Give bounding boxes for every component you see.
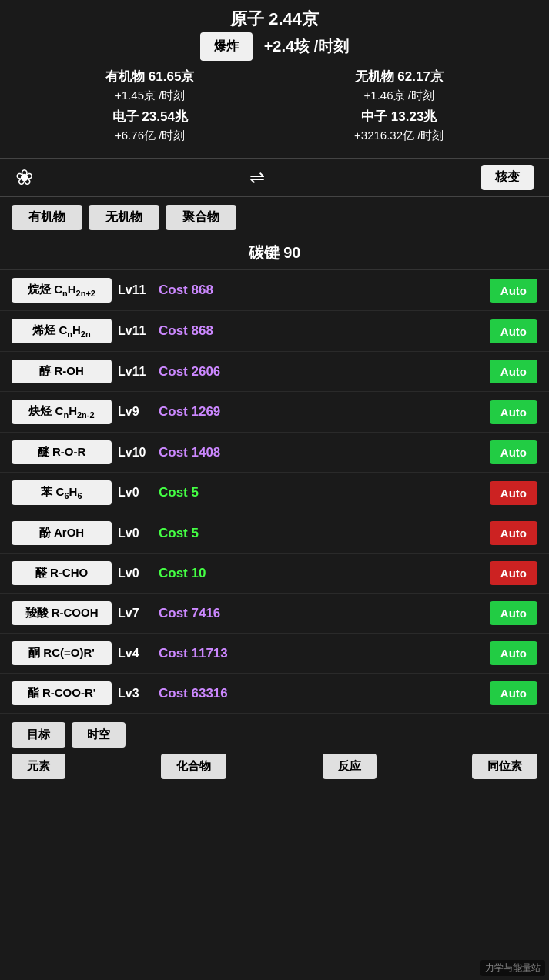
compound-name[interactable]: 烯烃 CnH2n [12,319,112,343]
compound-list: 烷烃 CnH2n+2Lv11Cost 868Auto烯烃 CnH2nLv11Co… [0,270,549,714]
electron-resource: 电子 23.54兆 +6.76亿 /时刻 [27,107,273,144]
cost-text: Cost 1408 [159,445,484,460]
bottom-tabs: 目标 时空 元素 化合物 反应 同位素 [0,714,549,787]
explode-button[interactable]: 爆炸 [200,32,253,61]
atom-rate: +2.4垓 /时刻 [264,36,350,57]
header-section: 原子 2.44京 爆炸 +2.4垓 /时刻 有机物 61.65京 +1.45京 … [0,0,549,158]
target-button[interactable]: 目标 [12,722,65,748]
auto-button[interactable]: Auto [490,319,537,343]
nucleon-button[interactable]: 核变 [481,165,534,190]
level-badge: Lv7 [118,607,152,620]
compound-name[interactable]: 醛 R-CHO [12,561,112,585]
level-badge: Lv4 [118,647,152,661]
bottom-row1: 目标 时空 [12,722,537,748]
tab-inorganic[interactable]: 无机物 [89,205,159,230]
inorganic-value: 无机物 62.17京 [276,67,523,87]
watermark: 力学与能量站 [480,960,545,976]
compound-row: 羧酸 R-COOHLv7Cost 7416Auto [0,594,549,634]
cost-text: Cost 7416 [159,606,484,621]
neutron-value: 中子 13.23兆 [276,107,523,127]
auto-button[interactable]: Auto [490,360,537,383]
organic-rate: +1.45京 /时刻 [27,87,273,105]
auto-button[interactable]: Auto [490,561,537,585]
compound-row: 醛 R-CHOLv0Cost 10Auto [0,554,549,594]
compound-name[interactable]: 醚 R-O-R [12,440,112,464]
auto-button[interactable]: Auto [490,440,537,464]
resources-grid: 有机物 61.65京 +1.45京 /时刻 无机物 62.17京 +1.46京 … [27,67,522,144]
compound-row: 醚 R-O-RLv10Cost 1408Auto [0,433,549,473]
atom-count: 原子 2.44京 [12,8,537,31]
bottom-row2: 元素 化合物 反应 同位素 [12,754,537,779]
tab-polymer[interactable]: 聚合物 [166,205,236,230]
cost-text: Cost 868 [159,283,484,298]
tab-row: 有机物 无机物 聚合物 [0,197,549,236]
element-button[interactable]: 元素 [12,754,65,779]
compound-row: 苯 C6H6Lv0Cost 5Auto [0,473,549,513]
organic-value: 有机物 61.65京 [27,67,273,87]
inorganic-rate: +1.46京 /时刻 [276,87,523,105]
compound-row: 炔烃 CnH2n-2Lv9Cost 1269Auto [0,392,549,433]
level-badge: Lv0 [118,567,152,580]
shuffle-icon[interactable]: ⇌ [249,167,265,189]
cost-text: Cost 5 [159,485,484,500]
cost-text: Cost 11713 [159,646,484,661]
organic-resource: 有机物 61.65京 +1.45京 /时刻 [27,67,273,104]
level-badge: Lv3 [118,687,152,701]
compound-button[interactable]: 化合物 [161,754,226,779]
level-badge: Lv0 [118,527,152,540]
level-badge: Lv11 [118,365,152,379]
compound-row: 烷烃 CnH2n+2Lv11Cost 868Auto [0,270,549,311]
compound-row: 酚 ArOHLv0Cost 5Auto [0,513,549,554]
compound-name[interactable]: 酮 RC(=O)R' [12,641,112,665]
level-badge: Lv11 [118,283,152,297]
icon-row: ❀ ⇌ 核变 [0,158,549,197]
auto-button[interactable]: Auto [490,279,537,303]
electron-rate: +6.76亿 /时刻 [27,127,273,145]
compound-row: 醇 R-OHLv11Cost 2606Auto [0,352,549,392]
neutron-rate: +3216.32亿 /时刻 [276,127,523,145]
neutron-resource: 中子 13.23兆 +3216.32亿 /时刻 [276,107,523,144]
compound-name[interactable]: 苯 C6H6 [12,480,112,505]
compound-name[interactable]: 羧酸 R-COOH [12,601,112,625]
compound-name[interactable]: 醇 R-OH [12,360,112,383]
compound-name[interactable]: 酯 R-COO-R' [12,681,112,705]
level-badge: Lv9 [118,405,152,419]
level-badge: Lv0 [118,486,152,500]
electron-value: 电子 23.54兆 [27,107,273,127]
carbon-key: 碳键 90 [0,236,549,270]
auto-button[interactable]: Auto [490,481,537,505]
cost-text: Cost 868 [159,323,484,339]
cost-text: Cost 1269 [159,404,484,420]
compound-name[interactable]: 炔烃 CnH2n-2 [12,400,112,424]
compound-row: 酯 R-COO-R'Lv3Cost 63316Auto [0,674,549,714]
flower-icon[interactable]: ❀ [15,165,33,190]
auto-button[interactable]: Auto [490,521,537,545]
compound-name[interactable]: 烷烃 CnH2n+2 [12,278,112,303]
reaction-button[interactable]: 反应 [323,754,377,779]
level-badge: Lv10 [118,446,152,460]
level-badge: Lv11 [118,324,152,338]
isotope-button[interactable]: 同位素 [472,754,537,779]
cost-text: Cost 10 [159,566,484,581]
cost-text: Cost 5 [159,526,484,541]
cost-text: Cost 2606 [159,364,484,380]
cost-text: Cost 63316 [159,686,484,701]
inorganic-resource: 无机物 62.17京 +1.46京 /时刻 [276,67,523,104]
auto-button[interactable]: Auto [490,601,537,625]
auto-button[interactable]: Auto [490,641,537,665]
auto-button[interactable]: Auto [490,681,537,705]
compound-name[interactable]: 酚 ArOH [12,521,112,545]
spacetime-button[interactable]: 时空 [72,722,126,748]
auto-button[interactable]: Auto [490,400,537,424]
compound-row: 烯烃 CnH2nLv11Cost 868Auto [0,311,549,352]
tab-organic[interactable]: 有机物 [12,205,82,230]
compound-row: 酮 RC(=O)R'Lv4Cost 11713Auto [0,634,549,674]
